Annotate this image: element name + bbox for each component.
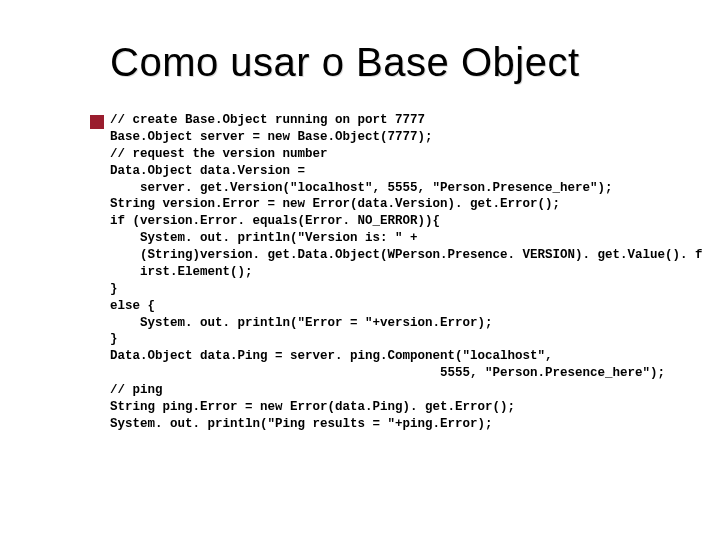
slide: Como usar o Base Object // create Base.O… — [0, 0, 720, 540]
accent-square — [90, 115, 104, 129]
code-block: // create Base.Object running on port 77… — [110, 112, 680, 433]
slide-title: Como usar o Base Object — [110, 40, 680, 84]
